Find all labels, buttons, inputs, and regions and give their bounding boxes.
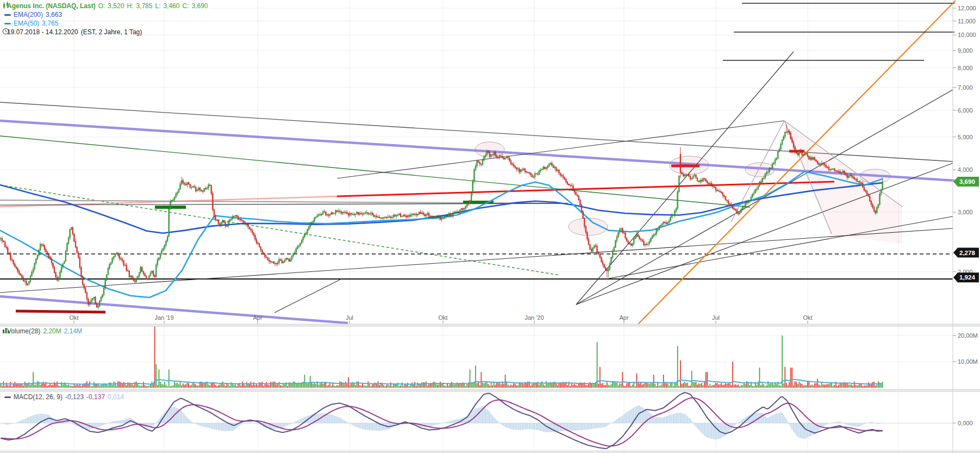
ema50-legend: EMA(50) 3,765 (2, 19, 60, 28)
low-label: L: (155, 2, 160, 10)
open-label: O: (98, 2, 105, 10)
x-axis-label: Apr (253, 314, 262, 321)
x-axis-label: Okt (803, 314, 812, 321)
volume-last-value: 2,14M (64, 327, 82, 335)
y-axis-label: 0,000 (958, 420, 973, 426)
macd-signal-value: -0,137 (86, 393, 105, 401)
x-axis-label: Apr (619, 314, 628, 321)
y-axis-label: 9,000 (958, 47, 973, 54)
ema50-value: 3,765 (42, 20, 58, 27)
timeframe-legend: 19.07.2018 - 14.12.2020 (EST, 2 Jahre, 1… (2, 28, 144, 36)
y-axis-label: 6,000 (958, 107, 973, 114)
chart-window: 12,00011,00010,0009,0008,0007,0006,0005,… (0, 0, 980, 453)
pane-separators[interactable] (0, 324, 980, 453)
volume-label: Volume(28) (7, 327, 40, 335)
x-axis-label: Okt (69, 314, 78, 321)
x-axis-label: Jan '19 (154, 314, 173, 321)
price-tag-value: 2,278 (959, 250, 975, 256)
macd-line-icon (4, 396, 11, 398)
y-axis-label: 3,000 (958, 209, 973, 215)
date-range: 19.07.2018 - 14.12.2020 (7, 28, 78, 36)
x-axis-label: Okt (438, 314, 447, 321)
y-axis-label: 5,000 (958, 134, 973, 140)
close-label: C: (182, 2, 189, 10)
price-chart-canvas[interactable]: 12,00011,00010,0009,0008,0007,0006,0005,… (0, 0, 980, 453)
price-tag-value: 1,924 (959, 274, 975, 281)
price-tag-value: 3,690 (959, 178, 975, 185)
open-value: 3,520 (108, 2, 124, 10)
volume-legend: Volume(28) 2,20M 2,14M (2, 327, 84, 336)
y-axis-label: 20,00M (958, 332, 978, 339)
macd-layer (1, 393, 883, 449)
ema200-legend: EMA(200) 3,663 (2, 10, 64, 19)
symbol-legend: Agenus Inc. (NASDAQ, Last) O: 3,520 H: 3… (2, 2, 210, 10)
macd-value: -0,123 (65, 393, 84, 401)
y-axis-label: 7,000 (958, 84, 973, 91)
macd-legend: MACD(12, 26, 9) -0,123 -0,137 0,014 (2, 393, 126, 401)
y-axis-label: 10,00M (958, 358, 978, 365)
high-value: 3,785 (136, 2, 152, 10)
x-axis-label: Jul (712, 314, 720, 321)
y-axis-label: 4,000 (958, 166, 973, 173)
volume-avg-value: 2,20M (43, 327, 61, 335)
y-axis-label: 11,000 (958, 18, 976, 24)
close-value: 3,690 (191, 2, 208, 10)
x-axis-label: Jan '20 (525, 314, 544, 321)
ema200-line-icon (4, 14, 11, 16)
macd-label: MACD(12, 26, 9) (14, 393, 63, 401)
y-axis-label: 8,000 (958, 65, 973, 71)
ema50-line-icon (4, 23, 11, 24)
ema200-label: EMA(200) (14, 11, 43, 18)
annotation-shapes-layer (475, 121, 902, 244)
ema200-value: 3,663 (46, 11, 62, 18)
x-axis-label: Jul (346, 314, 353, 321)
y-axis-label: 12,000 (958, 5, 976, 11)
high-label: H: (127, 2, 133, 10)
low-value: 3,460 (163, 2, 179, 10)
range-details: (EST, 2 Jahre, 1 Tag) (81, 28, 142, 36)
macd-hist-value: 0,014 (108, 393, 124, 401)
y-axis-label: 10,000 (958, 32, 976, 38)
symbol-title: Agenus Inc. (NASDAQ, Last) (7, 2, 96, 10)
ema50-label: EMA(50) (14, 20, 39, 27)
